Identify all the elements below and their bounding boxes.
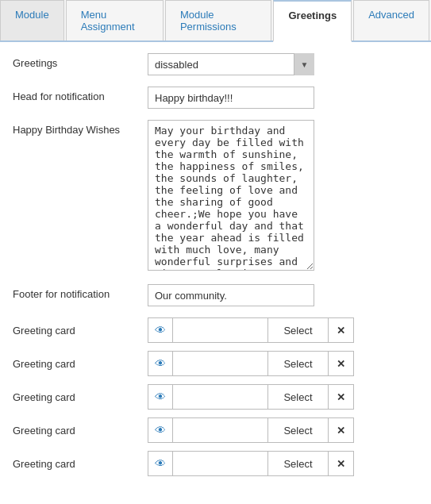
- head-notification-row: Head for notification: [13, 87, 418, 109]
- eye-button-2[interactable]: 👁: [148, 351, 173, 376]
- wishes-label: Happy Birthday Wishes: [13, 120, 148, 136]
- select-button-5[interactable]: Select: [268, 451, 329, 476]
- select-button-3[interactable]: Select: [268, 384, 329, 410]
- greeting-card-label-3: Greeting card: [13, 391, 148, 403]
- tab-module[interactable]: Module: [0, 0, 64, 40]
- select-button-4[interactable]: Select: [268, 417, 329, 443]
- greeting-card-label-2: Greeting card: [13, 358, 148, 370]
- delete-icon-3: ✕: [337, 391, 345, 403]
- greeting-card-field-1[interactable]: [173, 317, 268, 343]
- greeting-card-label-4: Greeting card: [13, 425, 148, 437]
- delete-button-1[interactable]: ✕: [329, 317, 354, 343]
- tab-menu-assignment[interactable]: Menu Assignment: [66, 0, 164, 40]
- tab-module-permissions[interactable]: Module Permissions: [165, 0, 272, 40]
- delete-icon-2: ✕: [337, 358, 345, 370]
- greeting-card-row-4: Greeting card 👁 Select ✕: [13, 417, 418, 443]
- eye-button-1[interactable]: 👁: [148, 317, 173, 343]
- greeting-card-label-1: Greeting card: [13, 325, 148, 337]
- tab-bar: Module Menu Assignment Module Permission…: [0, 0, 431, 42]
- footer-notification-input[interactable]: [148, 284, 314, 306]
- tab-advanced[interactable]: Advanced: [353, 0, 429, 40]
- delete-button-4[interactable]: ✕: [329, 417, 354, 443]
- wishes-control: May your birthday and every day be fille…: [148, 120, 418, 273]
- form-area: Greetings dissabled enabled ▼ Head for n…: [0, 42, 431, 495]
- greeting-card-row-5: Greeting card 👁 Select ✕: [13, 451, 418, 476]
- greeting-card-controls-4: 👁 Select ✕: [148, 417, 354, 443]
- head-notification-input[interactable]: [148, 87, 314, 109]
- footer-notification-label: Footer for notification: [13, 284, 148, 300]
- greeting-card-label-5: Greeting card: [13, 458, 148, 470]
- eye-button-5[interactable]: 👁: [148, 451, 173, 476]
- eye-icon-2: 👁: [155, 357, 166, 370]
- greeting-card-row-2: Greeting card 👁 Select ✕: [13, 351, 418, 376]
- delete-button-3[interactable]: ✕: [329, 384, 354, 410]
- eye-icon-5: 👁: [155, 457, 166, 470]
- head-notification-label: Head for notification: [13, 87, 148, 102]
- select-button-1[interactable]: Select: [268, 317, 329, 343]
- greeting-card-controls-1: 👁 Select ✕: [148, 317, 354, 343]
- greeting-card-row-3: Greeting card 👁 Select ✕: [13, 384, 418, 410]
- eye-icon-3: 👁: [155, 391, 166, 403]
- wishes-row: Happy Birthday Wishes May your birthday …: [13, 120, 418, 273]
- greeting-card-field-3[interactable]: [173, 384, 268, 410]
- greeting-card-row-1: Greeting card 👁 Select ✕: [13, 317, 418, 343]
- delete-icon-4: ✕: [337, 425, 345, 437]
- greeting-card-field-4[interactable]: [173, 417, 268, 443]
- greeting-card-controls-3: 👁 Select ✕: [148, 384, 354, 410]
- greeting-card-controls-5: 👁 Select ✕: [148, 451, 354, 476]
- delete-button-5[interactable]: ✕: [329, 451, 354, 476]
- footer-notification-row: Footer for notification: [13, 284, 418, 306]
- greeting-card-field-5[interactable]: [173, 451, 268, 476]
- greetings-control: dissabled enabled ▼: [148, 53, 418, 75]
- footer-notification-control: [148, 284, 418, 306]
- greeting-card-field-2[interactable]: [173, 351, 268, 376]
- greetings-label: Greetings: [13, 53, 148, 69]
- delete-button-2[interactable]: ✕: [329, 351, 354, 376]
- eye-button-4[interactable]: 👁: [148, 417, 173, 443]
- tab-greetings[interactable]: Greetings: [273, 0, 352, 42]
- delete-icon-1: ✕: [337, 325, 345, 337]
- head-notification-control: [148, 87, 418, 109]
- delete-icon-5: ✕: [337, 458, 345, 470]
- greetings-select[interactable]: dissabled enabled: [148, 53, 314, 75]
- greetings-row: Greetings dissabled enabled ▼: [13, 53, 418, 75]
- greeting-card-controls-2: 👁 Select ✕: [148, 351, 354, 376]
- wishes-textarea[interactable]: May your birthday and every day be fille…: [148, 120, 314, 271]
- eye-icon-4: 👁: [155, 424, 166, 437]
- select-button-2[interactable]: Select: [268, 351, 329, 376]
- eye-button-3[interactable]: 👁: [148, 384, 173, 410]
- greetings-select-wrapper: dissabled enabled ▼: [148, 53, 314, 75]
- eye-icon-1: 👁: [155, 324, 166, 337]
